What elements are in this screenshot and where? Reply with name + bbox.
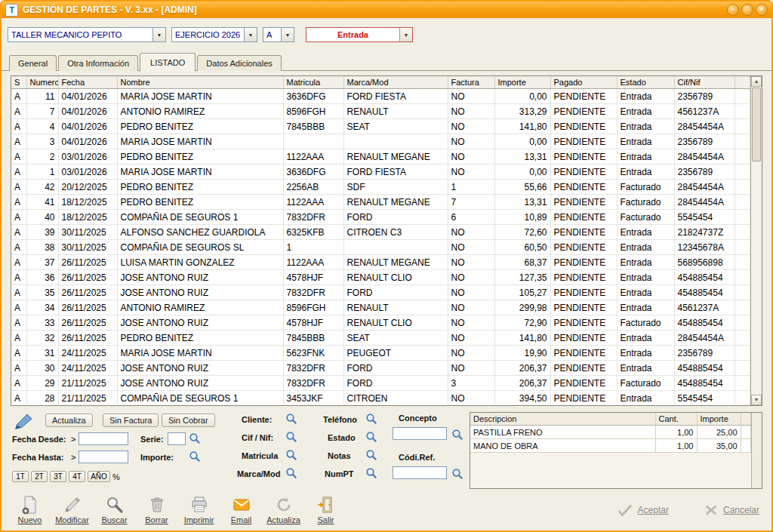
scroll-down-icon[interactable]: ▼: [751, 395, 762, 405]
table-row[interactable]: A3726/11/2025LUISA MARTIN GONZALEZ1122AA…: [11, 255, 750, 270]
entry-type-select[interactable]: Entrada ▼: [306, 27, 413, 42]
codi-ref-search-icon[interactable]: [451, 468, 463, 480]
telefono-search-icon[interactable]: [365, 413, 377, 425]
table-row[interactable]: A203/01/2026PEDRO BENITEZ1122AAARENAULT …: [11, 149, 750, 165]
chevron-down-icon[interactable]: ▼: [281, 28, 294, 42]
vertical-scrollbar[interactable]: ▲ ▼: [750, 76, 762, 405]
table-row[interactable]: A2921/11/2025JOSE ANTONO RUIZ7832DFRFORD…: [11, 376, 750, 391]
salir-button[interactable]: Salir: [308, 495, 343, 524]
column-header[interactable]: Factura: [448, 76, 494, 89]
numpt-search-icon[interactable]: [365, 467, 377, 479]
fecha-desde-input[interactable]: [79, 432, 128, 445]
tab-listado[interactable]: LISTADO: [140, 53, 196, 72]
column-header[interactable]: Numero: [26, 76, 58, 89]
table-cell: A: [11, 165, 26, 180]
actualiza-button[interactable]: Actualiza: [45, 414, 93, 427]
buscar-button[interactable]: Buscar: [97, 495, 132, 524]
serie-search-icon[interactable]: [189, 432, 201, 444]
email-button[interactable]: Email: [223, 495, 259, 524]
column-header[interactable]: [735, 76, 750, 89]
marca-mod-search-icon[interactable]: [285, 467, 297, 479]
table-row[interactable]: A3226/11/2025PEDRO BENITEZ7845BBBSEATNO1…: [11, 331, 750, 346]
table-row[interactable]: A3024/11/2025JOSE ANTONO RUIZ7832DFRFORD…: [11, 361, 750, 376]
table-row[interactable]: A103/01/2026MARIA JOSE MARTIN3636DFGFORD…: [11, 165, 750, 180]
table-cell: FORD: [343, 361, 448, 376]
cancelar-button[interactable]: Cancelar: [704, 503, 759, 517]
column-header[interactable]: Importe: [494, 76, 550, 89]
table-row[interactable]: A4220/12/2025PEDRO BENITEZ2256ABSDF155,6…: [11, 180, 750, 195]
series-select[interactable]: A ▼: [263, 27, 294, 42]
tab-general[interactable]: General: [9, 55, 57, 71]
table-row[interactable]: A3930/11/2025ALFONSO SANCHEZ GUARDIOLA63…: [11, 225, 750, 240]
gt-symbol: >: [71, 435, 75, 444]
concepto-input[interactable]: [393, 427, 447, 440]
actualiza-toolbar-button[interactable]: Actualiza: [266, 495, 301, 524]
table-row[interactable]: A3626/11/2025JOSE ANTONO RUIZ4578HJFRENA…: [11, 270, 750, 285]
table-row[interactable]: A3526/11/2025JOSE ANTONO RUIZ7832DFRFORD…: [11, 285, 750, 300]
table-row[interactable]: A2821/11/2025COMPAÑIA DE SEGUROS 13453JK…: [11, 391, 750, 406]
scroll-up-icon[interactable]: ▲: [751, 76, 762, 87]
matricula-search-icon[interactable]: [285, 449, 297, 461]
chevron-down-icon[interactable]: ▼: [244, 28, 257, 42]
table-row[interactable]: A4018/12/2025COMPAÑIA DE SEGUROS 17832DF…: [11, 210, 750, 225]
concepto-search-icon[interactable]: [451, 429, 463, 441]
table-row[interactable]: A3326/11/2025JOSE ANTONO RUIZ4578HJFRENA…: [11, 315, 750, 331]
quarter-3t-button[interactable]: 3T: [50, 471, 66, 482]
table-row[interactable]: A704/01/2026ANTONIO RAMIREZ8596FGHRENAUL…: [11, 104, 750, 119]
imprimir-button[interactable]: Imprimir: [181, 495, 217, 524]
table-cell: 26/11/2025: [58, 331, 117, 346]
table-cell: NO: [448, 361, 494, 376]
table-row[interactable]: A3426/11/2025ANTONIO RAMIREZ8596FGHRENAU…: [11, 300, 750, 315]
detail-row[interactable]: PASTILLA FRENO1,0025,00: [470, 426, 751, 439]
quarter-2t-button[interactable]: 2T: [31, 471, 48, 482]
table-cell: 30/11/2025: [58, 240, 117, 255]
brush-icon[interactable]: [12, 412, 36, 430]
cif-nif-search-icon[interactable]: [285, 431, 297, 443]
quarter-ano-button[interactable]: AÑO: [88, 471, 110, 482]
column-header[interactable]: Estado: [617, 76, 674, 89]
table-cell: JOSE ANTONO RUIZ: [117, 315, 283, 331]
table-row[interactable]: A4118/12/2025PEDRO BENITEZ1122AAARENAULT…: [11, 195, 750, 210]
company-select[interactable]: TALLER MECANICO PEPITO ▼: [8, 27, 166, 42]
table-row[interactable]: A3124/11/2025MARIA JOSE MARTIN5623FNKPEU…: [11, 346, 750, 361]
codi-ref-input[interactable]: [393, 466, 447, 479]
column-header[interactable]: Cif/Nif: [674, 76, 735, 89]
column-header[interactable]: Marca/Mod: [343, 76, 448, 89]
fecha-hasta-input[interactable]: [79, 451, 128, 463]
minimize-button[interactable]: –: [727, 4, 739, 16]
sin-cobrar-button[interactable]: Sin Cobrar: [162, 414, 215, 427]
column-header[interactable]: S: [11, 76, 26, 89]
column-header[interactable]: Nombre: [117, 76, 283, 89]
estado-search-icon[interactable]: [365, 431, 377, 443]
close-button[interactable]: ×: [756, 4, 768, 16]
quarter-1t-button[interactable]: 1T: [12, 471, 29, 482]
importe-search-icon[interactable]: [189, 451, 201, 463]
chevron-down-icon[interactable]: ▼: [152, 28, 165, 42]
table-row[interactable]: A3830/11/2025COMPAÑIA DE SEGUROS SL1NO60…: [11, 240, 750, 255]
detail-scrollbar[interactable]: [751, 413, 762, 488]
nuevo-button[interactable]: Nuevo: [12, 495, 48, 524]
maximize-button[interactable]: □: [741, 4, 753, 16]
scrollbar-thumb[interactable]: [752, 88, 761, 161]
exercise-select[interactable]: EJERCICIO 2026 ▼: [171, 27, 257, 42]
tab-otra-informacion[interactable]: Otra Información: [58, 55, 138, 71]
borrar-button[interactable]: Borrar: [139, 495, 174, 524]
table-cell: 313,29: [494, 104, 550, 119]
aceptar-button[interactable]: Aceptar: [617, 503, 669, 518]
detail-row[interactable]: MANO DE OBRA1,0035,00: [470, 439, 751, 453]
company-select-value: TALLER MECANICO PEPITO: [8, 28, 152, 42]
notas-search-icon[interactable]: [365, 449, 377, 461]
column-header[interactable]: Fecha: [58, 76, 117, 89]
quarter-4t-button[interactable]: 4T: [69, 471, 85, 482]
column-header[interactable]: Pagado: [550, 76, 617, 89]
table-row[interactable]: A1104/01/2026MARIA JOSE MARTIN3636DFGFOR…: [11, 89, 750, 104]
tab-datos-adicionales[interactable]: Datos Adicionales: [197, 55, 281, 71]
column-header[interactable]: Matricula: [283, 76, 343, 89]
serie-input[interactable]: [168, 432, 186, 445]
table-row[interactable]: A304/01/2026MARIA JOSE MARTINNO0,00PENDI…: [11, 134, 750, 149]
table-row[interactable]: A404/01/2026PEDRO BENITEZ7845BBBSEATNO14…: [11, 119, 750, 134]
modificar-button[interactable]: Modificar: [54, 495, 90, 524]
chevron-down-icon[interactable]: ▼: [399, 28, 412, 42]
cliente-search-icon[interactable]: [285, 413, 297, 425]
sin-factura-button[interactable]: Sin Factura: [103, 414, 159, 427]
